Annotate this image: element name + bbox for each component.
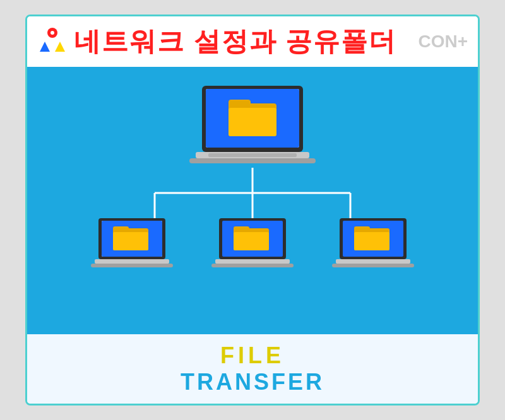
svg-rect-9 [229,108,276,136]
connector-lines [40,168,465,218]
svg-rect-31 [215,259,290,264]
footer: FILE TRANSFER [27,334,478,404]
svg-rect-30 [234,232,269,250]
svg-rect-36 [354,226,370,233]
header-title: 네트워크 설정과 공유폴더 [74,24,407,59]
laptop-center-icon [211,218,294,272]
svg-rect-12 [189,158,316,163]
svg-point-3 [50,31,54,35]
main-card: 네트워크 설정과 공유폴더 CON+ [25,15,480,405]
top-laptop-row [40,79,465,168]
footer-file-label: FILE [220,342,285,369]
laptop-left-icon [91,218,173,272]
header-con-label: CON+ [418,32,468,52]
main-content [27,67,478,334]
svg-rect-29 [234,226,249,233]
header: 네트워크 설정과 공유폴더 CON+ [27,16,478,67]
svg-marker-1 [40,42,50,52]
svg-rect-23 [113,232,148,250]
footer-transfer-label: TRANSFER [181,369,324,395]
svg-rect-24 [95,259,169,264]
main-laptop-icon [189,86,316,168]
svg-rect-11 [208,153,297,157]
svg-rect-22 [113,226,129,233]
svg-marker-2 [55,42,65,52]
network-diagram [40,79,465,334]
svg-rect-25 [91,264,173,267]
laptop-right-icon [332,218,414,272]
svg-rect-39 [332,264,414,267]
colorful-logo-icon [37,26,68,57]
svg-rect-38 [336,259,410,264]
svg-rect-32 [211,264,294,267]
bottom-laptops-row [72,218,434,272]
svg-rect-37 [354,232,389,250]
